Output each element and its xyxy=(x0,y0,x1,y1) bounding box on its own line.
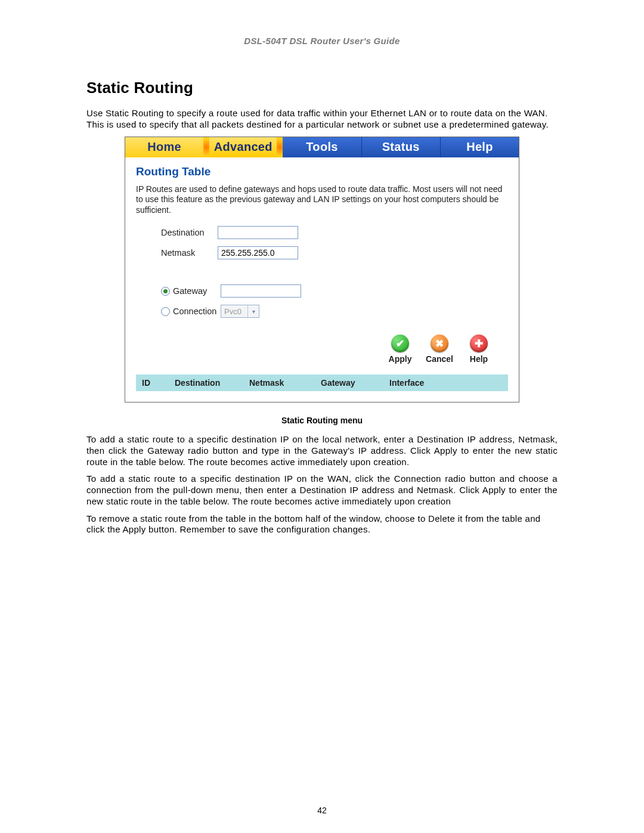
figure-caption: Static Routing menu xyxy=(86,416,558,425)
close-icon: ✖ xyxy=(431,335,448,352)
apply-label: Apply xyxy=(389,354,412,364)
col-id: ID xyxy=(142,378,175,388)
cancel-label: Cancel xyxy=(426,354,453,364)
instruction-p3: To remove a static route from the table … xyxy=(86,513,558,536)
row-destination: Destination xyxy=(161,226,508,239)
connection-selected-value: Pvc0 xyxy=(224,307,242,316)
apply-button[interactable]: ✔ Apply xyxy=(386,335,414,364)
page-number: 42 xyxy=(0,806,644,815)
gateway-input[interactable] xyxy=(221,284,301,298)
destination-label: Destination xyxy=(161,228,218,237)
route-table: ID Destination Netmask Gateway Interface xyxy=(136,374,508,391)
gateway-label: Gateway xyxy=(173,286,207,296)
doc-header: DSL-504T DSL Router User's Guide xyxy=(86,36,558,46)
col-gateway: Gateway xyxy=(321,378,389,388)
chevron-down-icon: ▾ xyxy=(247,305,259,317)
intro-paragraph: Use Static Routing to specify a route us… xyxy=(86,108,558,131)
connection-select[interactable]: Pvc0 ▾ xyxy=(221,305,259,318)
connection-radio[interactable] xyxy=(161,307,170,316)
tab-tools[interactable]: Tools xyxy=(283,137,361,157)
row-gateway: Gateway xyxy=(161,284,508,298)
help-button[interactable]: ✚ Help xyxy=(465,335,493,364)
plus-icon: ✚ xyxy=(470,335,488,352)
col-interface: Interface xyxy=(389,378,449,388)
tab-help[interactable]: Help xyxy=(441,137,519,157)
connection-label: Connection xyxy=(173,306,216,316)
panel-description: IP Routes are used to define gateways an… xyxy=(136,184,508,216)
col-destination: Destination xyxy=(175,378,249,388)
col-netmask: Netmask xyxy=(249,378,321,388)
destination-input[interactable] xyxy=(218,226,298,239)
help-label: Help xyxy=(470,354,488,364)
tab-home[interactable]: Home xyxy=(125,137,204,157)
panel-title: Routing Table xyxy=(136,165,508,178)
instruction-p1: To add a static route to a specific dest… xyxy=(86,434,558,467)
row-netmask: Netmask xyxy=(161,246,508,259)
gateway-radio[interactable] xyxy=(161,287,170,296)
cancel-button[interactable]: ✖ Cancel xyxy=(425,335,454,364)
instruction-p2: To add a static route to a specific dest… xyxy=(86,473,558,507)
tab-status[interactable]: Status xyxy=(362,137,441,157)
router-ui-screenshot: Home Advanced Tools Status Help Routing … xyxy=(125,137,519,403)
tab-bar: Home Advanced Tools Status Help xyxy=(125,137,519,157)
check-icon: ✔ xyxy=(391,335,409,352)
netmask-label: Netmask xyxy=(161,248,218,258)
tab-advanced[interactable]: Advanced xyxy=(204,137,283,157)
page-title: Static Routing xyxy=(86,79,558,97)
row-connection: Connection Pvc0 ▾ xyxy=(161,305,508,318)
netmask-input[interactable] xyxy=(218,246,298,259)
